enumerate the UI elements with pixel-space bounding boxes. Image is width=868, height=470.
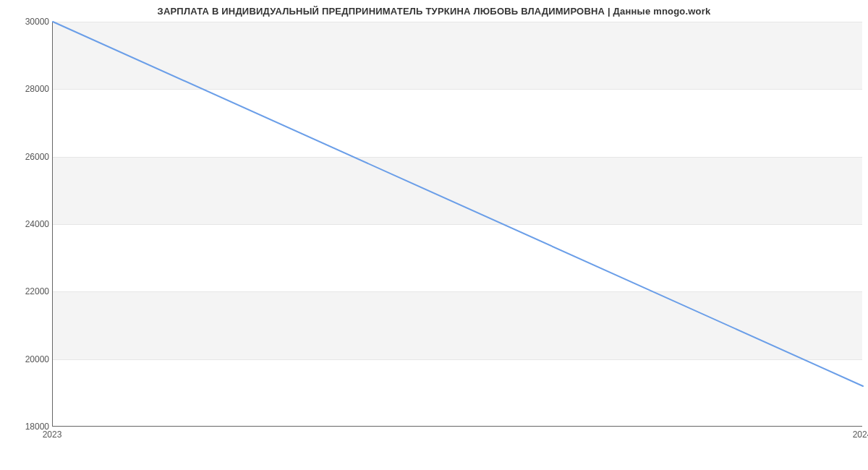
gridline <box>53 359 862 360</box>
plot-area <box>52 22 862 427</box>
y-tick-label: 30000 <box>6 17 49 27</box>
salary-line-chart: ЗАРПЛАТА В ИНДИВИДУАЛЬНЫЙ ПРЕДПРИНИМАТЕЛ… <box>0 0 868 470</box>
gridline <box>53 157 862 158</box>
grid-band <box>53 157 862 224</box>
chart-title: ЗАРПЛАТА В ИНДИВИДУАЛЬНЫЙ ПРЕДПРИНИМАТЕЛ… <box>0 0 868 17</box>
y-tick-label: 20000 <box>6 354 49 364</box>
x-tick-label: 2023 <box>43 430 62 440</box>
gridline <box>53 89 862 90</box>
grid-band <box>53 291 862 359</box>
line-series <box>53 22 863 427</box>
grid-band <box>53 22 862 89</box>
y-tick-label: 22000 <box>6 286 49 296</box>
series-line <box>53 22 863 386</box>
x-tick-label: 2024 <box>853 430 868 440</box>
gridline <box>53 224 862 225</box>
y-tick-label: 26000 <box>6 152 49 162</box>
y-tick-label: 28000 <box>6 84 49 94</box>
gridline <box>53 22 862 22</box>
y-tick-label: 24000 <box>6 219 49 229</box>
gridline <box>53 291 862 292</box>
